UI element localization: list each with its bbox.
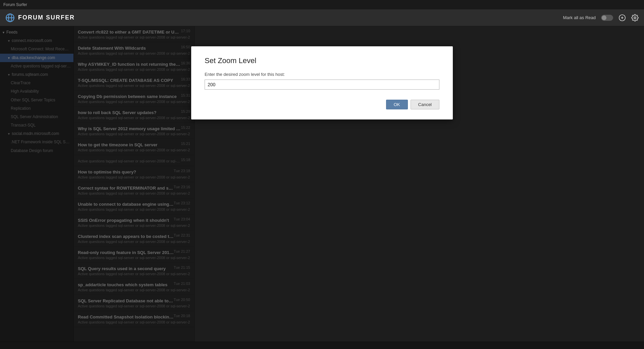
modal-label: Enter the desired zoom level for this ho… — [205, 72, 439, 77]
titlebar: Forum Surfer — [0, 0, 644, 9]
modal-overlay: Set Zoom Level Enter the desired zoom le… — [0, 26, 644, 349]
app-title: FORUM SURFER — [18, 14, 75, 21]
titlebar-text: Forum Surfer — [3, 2, 27, 7]
modal-buttons: OK Cancel — [205, 100, 439, 109]
add-icon[interactable] — [619, 14, 626, 21]
appbar: FORUM SURFER Mark all as Read — [0, 9, 644, 26]
content-area: ▼Feeds ▼connect.microsoft.com Microsoft … — [0, 26, 644, 349]
mark-all-read-toggle[interactable] — [601, 15, 613, 21]
zoom-modal: Set Zoom Level Enter the desired zoom le… — [191, 46, 453, 119]
globe-icon — [5, 13, 15, 22]
ok-button[interactable]: OK — [386, 100, 408, 109]
settings-icon[interactable] — [631, 14, 639, 21]
appbar-right: Mark all as Read — [563, 14, 639, 21]
mark-all-read-label: Mark all as Read — [563, 15, 596, 20]
svg-point-6 — [634, 17, 636, 19]
cancel-button[interactable]: Cancel — [411, 100, 439, 109]
modal-title: Set Zoom Level — [205, 56, 439, 65]
logo-area: FORUM SURFER — [5, 13, 563, 22]
zoom-level-input[interactable] — [205, 80, 439, 90]
